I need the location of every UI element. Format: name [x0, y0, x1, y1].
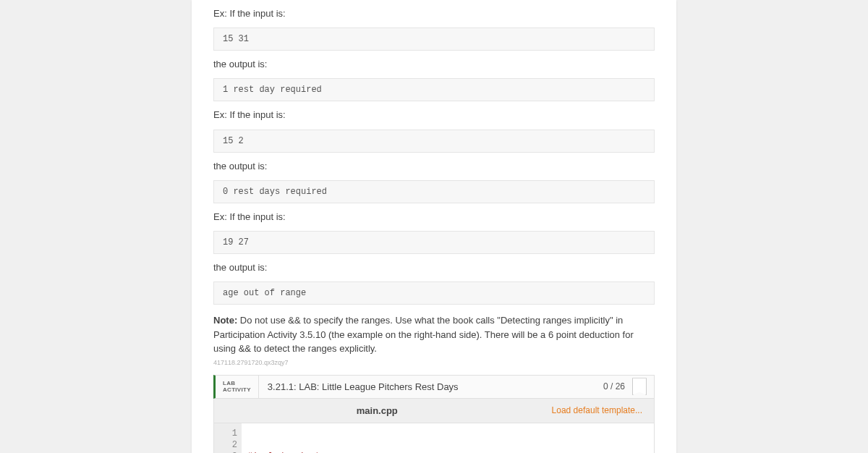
main-content: Ex: If the input is: 15 31 the output is…	[192, 0, 676, 453]
activity-type-label: LAB ACTIVITY	[216, 376, 259, 398]
note-label: Note:	[213, 315, 237, 326]
example-input-block: 19 27	[213, 231, 655, 254]
code-editor[interactable]: 1 2 3 4 5 6 7 8 9 10 11 #include <iostre…	[214, 423, 654, 453]
line-number-gutter: 1 2 3 4 5 6 7 8 9 10 11	[214, 423, 242, 453]
code-editor-panel: main.cpp Load default template... 1 2 3 …	[213, 399, 655, 453]
code-text[interactable]: #include <iostream> using namespace std;…	[242, 423, 654, 453]
note-paragraph: Note: Do not use && to specify the range…	[213, 313, 655, 356]
example-output-block: 1 rest day required	[213, 78, 655, 101]
bookmark-icon[interactable]	[632, 378, 647, 395]
example-prompt: Ex: If the input is:	[213, 109, 655, 122]
example-prompt: Ex: If the input is:	[213, 7, 655, 20]
editor-filename: main.cpp	[346, 405, 408, 416]
example-input-block: 15 31	[213, 27, 655, 51]
activity-header: LAB ACTIVITY 3.21.1: LAB: Little League …	[213, 375, 655, 399]
editor-tab-bar: main.cpp Load default template...	[214, 399, 654, 423]
note-body: Do not use && to specify the ranges. Use…	[213, 315, 634, 354]
example-output-label: the output is:	[213, 160, 655, 173]
example-output-label: the output is:	[213, 261, 655, 274]
example-prompt: Ex: If the input is:	[213, 211, 655, 224]
example-output-label: the output is:	[213, 58, 655, 71]
activity-title: 3.21.1: LAB: Little League Pitchers Rest…	[259, 376, 596, 398]
load-default-template-link[interactable]: Load default template...	[540, 405, 654, 415]
activity-score: 0 / 26	[596, 376, 632, 397]
content-id: 417118.2791720.qx3zqy7	[213, 359, 655, 366]
example-output-block: 0 rest days required	[213, 180, 655, 203]
example-input-block: 15 2	[213, 130, 655, 153]
example-output-block: age out of range	[213, 281, 655, 305]
